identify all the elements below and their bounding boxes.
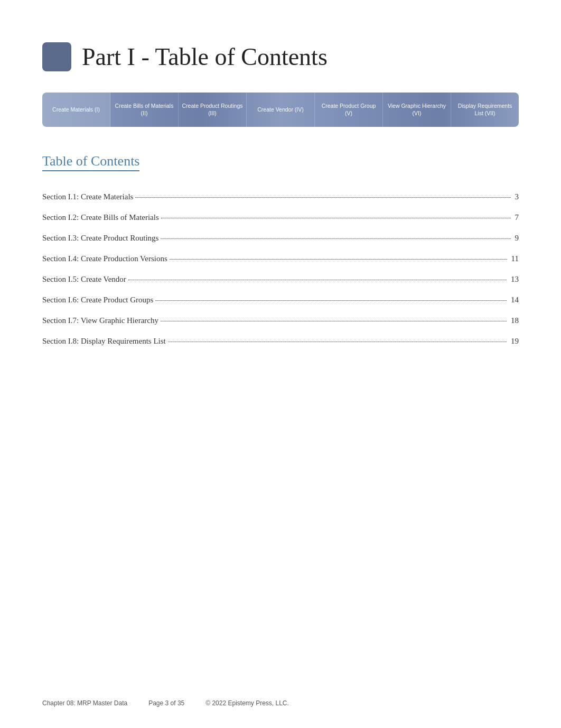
toc-page-2: 7 <box>515 213 519 222</box>
footer-page: Page 3 of 35 <box>148 699 184 707</box>
document-icon <box>42 42 71 71</box>
toc-entries: Section I.1: Create Materials3Section I.… <box>42 192 519 346</box>
navigation-bar: Create Materials (I)Create Bills of Mate… <box>42 93 519 127</box>
toc-entry-8: Section I.8: Display Requirements List19 <box>42 337 519 346</box>
toc-entry-2: Section I.2: Create Bills of Materials7 <box>42 213 519 222</box>
toc-entry-1: Section I.1: Create Materials3 <box>42 192 519 201</box>
nav-item-2[interactable]: Create Bills of Materials (II) <box>110 93 179 127</box>
toc-page-5: 13 <box>511 275 519 284</box>
toc-dots-4 <box>170 259 507 260</box>
toc-entry-6: Section I.6: Create Product Groups14 <box>42 296 519 305</box>
nav-item-5[interactable]: Create Product Group (V) <box>315 93 383 127</box>
toc-dots-5 <box>128 280 507 280</box>
toc-entry-7: Section I.7: View Graphic Hierarchy18 <box>42 316 519 325</box>
toc-dots-1 <box>135 197 510 198</box>
toc-entry-label-6: Section I.6: Create Product Groups <box>42 296 153 305</box>
toc-title: Table of Contents <box>42 153 139 171</box>
toc-page-1: 3 <box>515 192 519 201</box>
toc-page-7: 18 <box>511 316 519 325</box>
footer-chapter: Chapter 08: MRP Master Data <box>42 699 127 707</box>
toc-dots-7 <box>161 321 507 321</box>
toc-page-8: 19 <box>511 337 519 346</box>
nav-item-1[interactable]: Create Materials (I) <box>42 93 110 127</box>
nav-item-4[interactable]: Create Vendor (IV) <box>247 93 315 127</box>
toc-entry-label-2: Section I.2: Create Bills of Materials <box>42 213 159 222</box>
page-title: Part I - Table of Contents <box>82 43 328 71</box>
toc-dots-2 <box>161 218 511 218</box>
toc-entry-label-8: Section I.8: Display Requirements List <box>42 337 166 346</box>
page: Part I - Table of Contents Create Materi… <box>0 0 561 728</box>
toc-entry-label-4: Section I.4: Create Production Versions <box>42 254 167 263</box>
toc-dots-3 <box>161 238 510 239</box>
toc-page-4: 11 <box>511 254 519 263</box>
toc-entry-label-5: Section I.5: Create Vendor <box>42 275 126 284</box>
footer: Chapter 08: MRP Master Data Page 3 of 35… <box>42 699 519 707</box>
toc-section: Table of Contents Section I.1: Create Ma… <box>42 153 519 346</box>
toc-entry-4: Section I.4: Create Production Versions1… <box>42 254 519 263</box>
nav-item-7[interactable]: Display Requirements List (VII) <box>451 93 519 127</box>
header-section: Part I - Table of Contents <box>42 42 519 71</box>
toc-entry-3: Section I.3: Create Product Routings9 <box>42 234 519 243</box>
toc-dots-6 <box>155 300 507 301</box>
toc-entry-label-7: Section I.7: View Graphic Hierarchy <box>42 316 158 325</box>
toc-entry-label-1: Section I.1: Create Materials <box>42 192 133 201</box>
toc-page-3: 9 <box>515 234 519 243</box>
nav-item-3[interactable]: Create Product Routings (III) <box>179 93 247 127</box>
nav-item-6[interactable]: View Graphic Hierarchy (VI) <box>383 93 451 127</box>
toc-page-6: 14 <box>511 296 519 305</box>
footer-copyright: © 2022 Epistemy Press, LLC. <box>205 699 289 707</box>
toc-entry-5: Section I.5: Create Vendor13 <box>42 275 519 284</box>
toc-dots-8 <box>168 342 507 342</box>
toc-entry-label-3: Section I.3: Create Product Routings <box>42 234 158 243</box>
